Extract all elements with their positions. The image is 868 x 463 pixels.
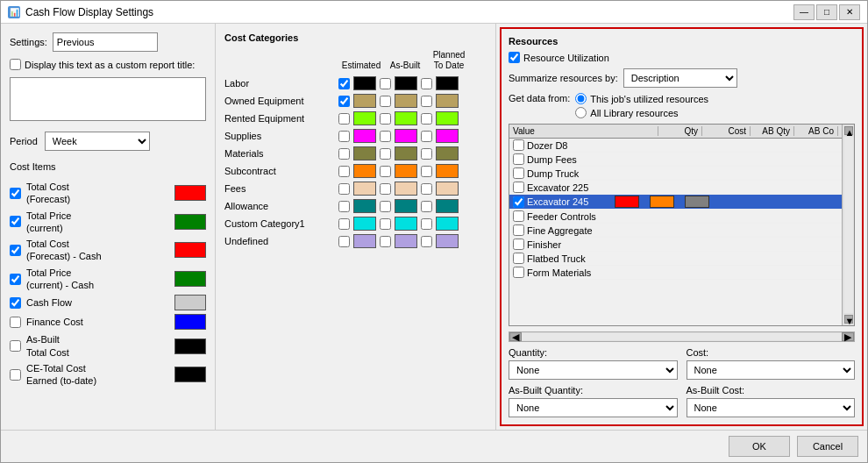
res-row-dumpfees[interactable]: Dump Fees (509, 153, 842, 167)
res-row-flatbed[interactable]: Flatbed Truck (509, 252, 842, 266)
cost-item-checkbox-2[interactable] (10, 245, 21, 256)
cat-check-supplies-plan[interactable] (421, 131, 432, 142)
table-scrollbar[interactable]: ▲ ▼ (842, 125, 854, 325)
cost-item-checkbox-0[interactable] (10, 188, 21, 199)
display-checkbox[interactable] (10, 59, 21, 70)
cat-check-labor-plan[interactable] (421, 78, 432, 89)
res-check-dozer[interactable] (513, 139, 524, 151)
cat-check-materials-ab[interactable] (380, 148, 391, 160)
cat-color-materials-est[interactable] (353, 146, 376, 160)
cancel-button[interactable]: Cancel (797, 436, 858, 457)
res-check-finisher[interactable] (513, 239, 524, 250)
cat-check-supplies-ab[interactable] (380, 131, 391, 142)
cat-color-sub-plan[interactable] (436, 164, 459, 178)
cat-check-materials-est[interactable] (338, 148, 350, 160)
cat-check-sub-plan[interactable] (421, 166, 432, 177)
radio-all-library[interactable]: All Library resources (575, 107, 708, 118)
res-row-formmats[interactable]: Form Materials (509, 266, 842, 280)
resource-util-checkbox[interactable] (509, 52, 520, 63)
cost-item-checkbox-7[interactable] (10, 369, 21, 381)
cost-item-color-7[interactable] (174, 367, 206, 382)
res-check-dumpfees[interactable] (513, 153, 524, 165)
res-check-dumptruck[interactable] (513, 167, 524, 179)
custom-title-textarea[interactable] (10, 77, 206, 121)
cost-item-color-6[interactable] (174, 338, 206, 354)
res-row-finisher[interactable]: Finisher (509, 238, 842, 252)
res-check-exc245[interactable] (513, 196, 524, 208)
cat-color-rented-ab[interactable] (395, 111, 417, 125)
cat-check-fees-plan[interactable] (421, 183, 432, 195)
cat-color-labor-est[interactable] (353, 76, 376, 90)
cat-check-owned-ab[interactable] (380, 96, 391, 107)
scroll-up-btn[interactable]: ▲ (844, 126, 853, 135)
cat-check-rented-est[interactable] (338, 113, 350, 125)
cat-color-supplies-ab[interactable] (395, 129, 417, 143)
res-check-formmats[interactable] (513, 267, 524, 278)
cat-check-labor-ab[interactable] (380, 78, 391, 89)
cost-item-checkbox-6[interactable] (10, 340, 21, 352)
ok-button[interactable]: OK (729, 436, 790, 457)
cat-color-undef-ab[interactable] (395, 234, 417, 248)
cat-color-fees-est[interactable] (353, 182, 376, 196)
radio-this-job[interactable]: This job's utilized resources (575, 93, 708, 104)
cat-color-fees-ab[interactable] (395, 182, 417, 196)
cat-check-undef-est[interactable] (338, 236, 350, 247)
cat-check-sub-est[interactable] (338, 166, 350, 177)
cat-check-sub-ab[interactable] (380, 166, 391, 177)
cat-check-custom1-ab[interactable] (380, 218, 391, 230)
hscroll-right-btn[interactable]: ▶ (842, 332, 854, 341)
cost-item-checkbox-3[interactable] (10, 274, 21, 285)
cat-color-undef-plan[interactable] (436, 234, 459, 248)
res-row-exc245[interactable]: Excavator 245 (509, 195, 842, 210)
cat-color-rented-est[interactable] (353, 111, 376, 125)
cost-select[interactable]: None Estimated As-Built Planned To Date (687, 360, 856, 380)
cat-color-fees-plan[interactable] (436, 182, 459, 196)
cat-color-undef-est[interactable] (353, 234, 376, 248)
asbuilt-cost-select[interactable]: None Estimated As-Built (687, 398, 856, 417)
cat-color-allow-est[interactable] (353, 199, 376, 213)
cat-check-allow-est[interactable] (338, 201, 350, 212)
res-row-feeder[interactable]: Feeder Controls (509, 210, 842, 224)
table-hscrollbar[interactable]: ◀ ▶ (509, 331, 855, 342)
minimize-button[interactable]: — (793, 4, 815, 20)
cat-color-materials-ab[interactable] (395, 146, 417, 160)
res-check-flatbed[interactable] (513, 253, 524, 264)
cat-color-custom1-ab[interactable] (395, 217, 417, 231)
res-row-fineagg[interactable]: Fine Aggregate (509, 224, 842, 238)
cat-check-fees-est[interactable] (338, 183, 350, 195)
summarize-select[interactable]: Description Resource Code Name (623, 68, 737, 88)
close-button[interactable]: ✕ (839, 4, 860, 20)
cost-item-color-5[interactable] (174, 314, 206, 330)
cat-check-allow-ab[interactable] (380, 201, 391, 212)
cost-item-color-2[interactable] (174, 242, 206, 258)
cat-color-labor-plan[interactable] (436, 76, 459, 90)
asbuilt-qty-select[interactable]: None Estimated As-Built (509, 398, 678, 417)
res-row-dumptruck[interactable]: Dump Truck (509, 167, 842, 181)
cost-item-checkbox-5[interactable] (10, 317, 21, 328)
hscroll-left-btn[interactable]: ◀ (509, 332, 522, 341)
cat-check-undef-plan[interactable] (421, 236, 432, 247)
period-select[interactable]: Week Day Month Quarter Year (45, 132, 150, 151)
cat-color-custom1-est[interactable] (353, 217, 376, 231)
cost-item-color-4[interactable] (174, 295, 206, 310)
cat-check-materials-plan[interactable] (421, 148, 432, 160)
scroll-down-btn[interactable]: ▼ (844, 315, 853, 324)
cat-color-sub-ab[interactable] (395, 164, 417, 178)
cat-check-fees-ab[interactable] (380, 183, 391, 195)
cost-item-color-0[interactable] (174, 185, 206, 201)
radio-this-job-input[interactable] (575, 93, 587, 104)
cat-check-owned-plan[interactable] (421, 96, 432, 107)
cat-color-materials-plan[interactable] (436, 146, 459, 160)
cost-item-color-3[interactable] (174, 271, 206, 287)
cost-item-color-1[interactable] (174, 214, 206, 230)
cat-check-rented-plan[interactable] (421, 113, 432, 125)
cat-check-allow-plan[interactable] (421, 201, 432, 212)
radio-all-library-input[interactable] (575, 107, 587, 118)
quantity-select[interactable]: None Estimated As-Built Planned To Date (509, 360, 678, 380)
cat-color-allow-plan[interactable] (436, 199, 459, 213)
cat-check-labor-est[interactable] (338, 78, 350, 89)
cost-item-checkbox-4[interactable] (10, 297, 21, 309)
cat-color-custom1-plan[interactable] (436, 217, 459, 231)
res-check-feeder[interactable] (513, 210, 524, 222)
cat-check-owned-est[interactable] (338, 96, 350, 107)
